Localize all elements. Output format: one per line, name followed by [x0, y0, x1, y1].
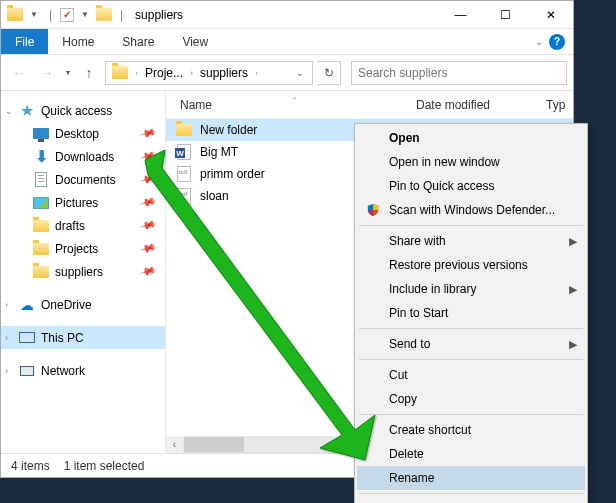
nav-pane: ⌄★Quick access Desktop📌 ⬇Downloads📌 Docu…	[1, 91, 166, 453]
context-menu: Open Open in new window Pin to Quick acc…	[354, 123, 588, 503]
sidebar-item-projects[interactable]: Projects📌	[1, 237, 165, 260]
label: Pictures	[55, 196, 98, 210]
pin-icon: 📌	[139, 239, 158, 257]
label: OneDrive	[41, 298, 92, 312]
ribbon-view-tab[interactable]: View	[168, 29, 222, 54]
chevron-right-icon[interactable]: ›	[132, 68, 141, 78]
menu-include-library[interactable]: Include in library▶	[357, 277, 585, 301]
pdf-icon	[177, 166, 191, 182]
address-dropdown[interactable]: ⌄	[290, 68, 310, 78]
menu-scan-defender[interactable]: Scan with Windows Defender...	[357, 198, 585, 222]
label: Desktop	[55, 127, 99, 141]
folder-icon	[96, 8, 112, 21]
chevron-right-icon[interactable]: ›	[187, 68, 196, 78]
sort-asc-icon: ⌃	[291, 96, 298, 105]
sidebar-item-documents[interactable]: Documents📌	[1, 168, 165, 191]
sidebar-item-suppliers[interactable]: suppliers📌	[1, 260, 165, 283]
history-dropdown[interactable]: ▾	[63, 68, 73, 77]
menu-separator	[359, 359, 583, 360]
label: Documents	[55, 173, 116, 187]
column-name[interactable]: ⌃Name	[166, 98, 416, 112]
folder-icon	[176, 124, 192, 136]
file-name: New folder	[200, 123, 257, 137]
label: Network	[41, 364, 85, 378]
menu-separator	[359, 225, 583, 226]
pdf-icon	[177, 188, 191, 204]
folder-icon	[112, 66, 128, 79]
close-button[interactable]: ✕	[528, 1, 573, 29]
separator: |	[49, 8, 52, 22]
menu-cut[interactable]: Cut	[357, 363, 585, 387]
submenu-arrow-icon: ▶	[569, 338, 577, 351]
ribbon-expand-icon[interactable]: ⌄	[535, 36, 543, 47]
sidebar-item-quick-access[interactable]: ⌄★Quick access	[1, 99, 165, 122]
sidebar-item-desktop[interactable]: Desktop📌	[1, 122, 165, 145]
item-count: 4 items	[11, 459, 50, 473]
label: Downloads	[55, 150, 114, 164]
menu-separator	[359, 414, 583, 415]
help-icon[interactable]: ?	[549, 34, 565, 50]
column-headers: ⌃Name Date modified Typ	[166, 91, 573, 119]
pin-icon: 📌	[139, 193, 158, 211]
forward-button[interactable]: →	[35, 61, 59, 85]
window-controls: — ☐ ✕	[438, 1, 573, 29]
qat-dropdown[interactable]: ▼	[27, 10, 41, 19]
menu-send-to[interactable]: Send to▶	[357, 332, 585, 356]
menu-share-with[interactable]: Share with▶	[357, 229, 585, 253]
address-bar[interactable]: › Proje... › suppliers › ⌄	[105, 61, 313, 85]
window-title: suppliers	[135, 8, 183, 22]
up-button[interactable]: ↑	[77, 61, 101, 85]
menu-create-shortcut[interactable]: Create shortcut	[357, 418, 585, 442]
menu-copy[interactable]: Copy	[357, 387, 585, 411]
pin-icon: 📌	[139, 170, 158, 188]
ribbon-home-tab[interactable]: Home	[48, 29, 108, 54]
file-name: sloan	[200, 189, 229, 203]
pin-icon: 📌	[139, 147, 158, 165]
sidebar-item-drafts[interactable]: drafts📌	[1, 214, 165, 237]
submenu-arrow-icon: ▶	[569, 235, 577, 248]
menu-open[interactable]: Open	[357, 126, 585, 150]
sidebar-item-network[interactable]: ›Network	[1, 359, 165, 382]
menu-open-new-window[interactable]: Open in new window	[357, 150, 585, 174]
ribbon: File Home Share View ⌄ ?	[1, 29, 573, 55]
scroll-thumb[interactable]	[184, 437, 244, 452]
shield-icon	[365, 202, 381, 218]
maximize-button[interactable]: ☐	[483, 1, 528, 29]
pin-icon: 📌	[139, 216, 158, 234]
back-button[interactable]: ←	[7, 61, 31, 85]
pin-icon: 📌	[139, 262, 158, 280]
qat-dropdown-2[interactable]: ▼	[78, 10, 92, 19]
menu-properties[interactable]: Properties	[357, 497, 585, 503]
menu-rename[interactable]: Rename	[357, 466, 585, 490]
sidebar-item-onedrive[interactable]: ›☁OneDrive	[1, 293, 165, 316]
minimize-button[interactable]: —	[438, 1, 483, 29]
scroll-left-icon[interactable]: ‹	[166, 439, 183, 450]
sidebar-item-this-pc[interactable]: ›This PC	[1, 326, 165, 349]
ribbon-share-tab[interactable]: Share	[108, 29, 168, 54]
menu-pin-quick-access[interactable]: Pin to Quick access	[357, 174, 585, 198]
titlebar: ▼ | ✓ ▼ | suppliers — ☐ ✕	[1, 1, 573, 29]
refresh-button[interactable]: ↻	[317, 61, 341, 85]
chevron-right-icon[interactable]: ›	[252, 68, 261, 78]
breadcrumb-segment[interactable]: suppliers	[196, 66, 252, 80]
file-name: primm order	[200, 167, 265, 181]
search-input[interactable]: Search suppliers	[351, 61, 567, 85]
word-icon	[177, 144, 191, 160]
label: This PC	[41, 331, 84, 345]
column-date[interactable]: Date modified	[416, 98, 546, 112]
column-type[interactable]: Typ	[546, 98, 573, 112]
file-name: Big MT	[200, 145, 238, 159]
menu-delete[interactable]: Delete	[357, 442, 585, 466]
breadcrumb-segment[interactable]: Proje...	[141, 66, 187, 80]
folder-icon	[7, 8, 23, 21]
sidebar-item-downloads[interactable]: ⬇Downloads📌	[1, 145, 165, 168]
pin-icon: 📌	[139, 124, 158, 142]
ribbon-file-tab[interactable]: File	[1, 29, 48, 54]
selection-count: 1 item selected	[64, 459, 145, 473]
properties-icon[interactable]: ✓	[60, 8, 74, 22]
menu-restore-versions[interactable]: Restore previous versions	[357, 253, 585, 277]
sidebar-item-pictures[interactable]: Pictures📌	[1, 191, 165, 214]
submenu-arrow-icon: ▶	[569, 283, 577, 296]
menu-separator	[359, 328, 583, 329]
menu-pin-start[interactable]: Pin to Start	[357, 301, 585, 325]
